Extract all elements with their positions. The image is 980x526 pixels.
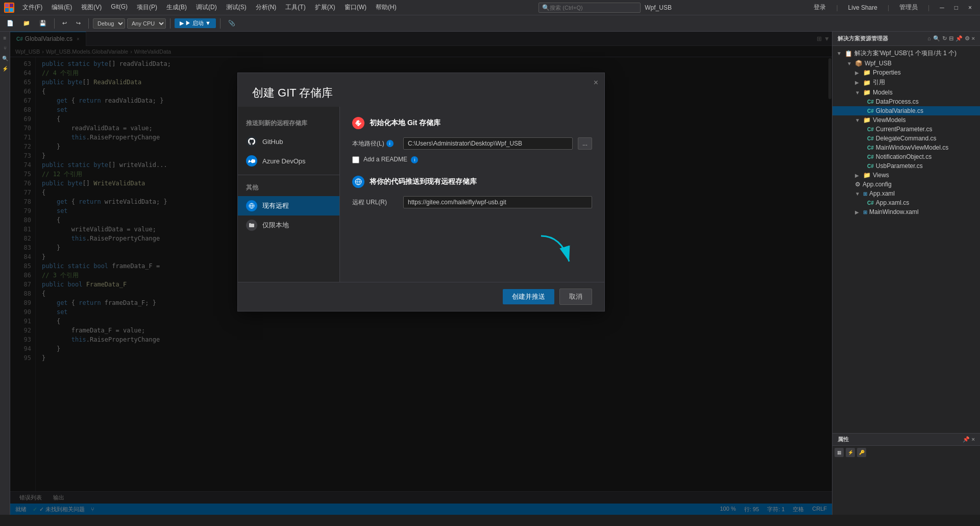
se-search-icon[interactable]: 🔍	[933, 35, 940, 42]
tree-dataprocess[interactable]: C# DataProcess.cs	[832, 97, 980, 106]
login-btn[interactable]: 登录	[810, 2, 830, 13]
arrow-svg	[531, 231, 582, 272]
mainwindowvm-label: MainWindowViewModel.cs	[876, 144, 949, 151]
menu-view[interactable]: 视图(V)	[77, 1, 106, 14]
tree-appxamlcs[interactable]: C# App.xaml.cs	[832, 198, 980, 207]
prop-close-icon[interactable]: ×	[972, 436, 975, 443]
se-home-icon[interactable]: ⌂	[927, 35, 931, 42]
browse-button[interactable]: ...	[578, 137, 592, 150]
tree-currentparam[interactable]: C# CurrentParameter.cs	[832, 125, 980, 134]
toolbar-new[interactable]: 📄	[3, 18, 17, 28]
tree-appconfig[interactable]: ⚙ App.config	[832, 180, 980, 189]
sidebar-solution-icon[interactable]: ≡	[1, 34, 9, 42]
git-logo-icon	[352, 117, 364, 129]
appxaml-label: App.xaml	[869, 190, 895, 197]
se-refresh-icon[interactable]: ↻	[942, 35, 947, 42]
menu-test[interactable]: 测试(S)	[222, 1, 251, 14]
se-collapse-icon[interactable]: ⊟	[949, 35, 953, 42]
toolbar-open[interactable]: 📁	[19, 18, 34, 28]
title-bar: 文件(F) 编辑(E) 视图(V) Git(G) 项目(P) 生成(B) 调试(…	[0, 0, 980, 15]
toolbar-redo[interactable]: ↪	[72, 18, 84, 28]
solution-explorer-header: 解决方案资源管理器 ⌂ 🔍 ↻ ⊟ 📌 ⚙ ×	[832, 32, 980, 46]
tree-properties[interactable]: ▶ 📁 Properties	[832, 68, 980, 77]
menu-tools[interactable]: 工具(T)	[281, 1, 309, 14]
platform-select[interactable]: Any CPU	[127, 18, 166, 29]
tree-solution[interactable]: ▼ 📋 解决方案'Wpf_USB'(1 个项目/共 1 个)	[832, 48, 980, 59]
appxaml-expand-arrow: ▼	[855, 191, 861, 197]
dialog-existing-remote-item[interactable]: 现有远程	[238, 196, 339, 216]
dialog-local-only-item[interactable]: 仅限本地	[238, 216, 339, 235]
menu-extensions[interactable]: 扩展(X)	[311, 1, 339, 14]
toolbar-sep-4	[220, 18, 220, 29]
prop-icon-2[interactable]: ⚡	[846, 448, 855, 457]
sidebar-diagnostics-icon[interactable]: ⚡	[1, 64, 9, 73]
appxaml-icon: ⊞	[863, 191, 867, 197]
project-icon: 📦	[855, 60, 863, 67]
tree-globalvariable[interactable]: C# GlobalVariable.cs	[832, 106, 980, 115]
sidebar-git-icon[interactable]: ⑂	[1, 44, 9, 52]
remote-url-input[interactable]	[403, 196, 592, 208]
svg-rect-1	[10, 4, 13, 7]
menu-file[interactable]: 文件(F)	[18, 1, 46, 14]
toolbar-attach[interactable]: 📎	[225, 18, 239, 28]
menu-project[interactable]: 项目(P)	[133, 1, 161, 14]
dialog-close-btn[interactable]: ×	[594, 78, 598, 87]
tree-views[interactable]: ▶ 📁 Views	[832, 171, 980, 180]
create-push-button[interactable]: 创建并推送	[503, 289, 554, 304]
menu-window[interactable]: 窗口(W)	[340, 1, 371, 14]
menu-edit[interactable]: 编辑(E)	[47, 1, 76, 14]
properties-toolbar: ▦ ⚡ 🔑	[832, 446, 980, 459]
close-btn[interactable]: ×	[964, 3, 976, 12]
search-input[interactable]	[550, 5, 626, 11]
maximize-btn[interactable]: □	[950, 3, 962, 12]
dialog-github-item[interactable]: GitHub	[238, 132, 339, 151]
tree-mainwindowvm[interactable]: C# MainWindowViewModel.cs	[832, 143, 980, 152]
tree-project[interactable]: ▼ 📦 Wpf_USB	[832, 59, 980, 68]
viewmodels-folder-icon: 📁	[863, 116, 871, 124]
delegatecommand-label: DelegateCommand.cs	[876, 135, 937, 142]
sidebar-search-icon[interactable]: 🔍	[1, 54, 9, 62]
local-path-info-icon[interactable]: i	[386, 140, 394, 147]
project-expand-arrow: ▼	[847, 61, 853, 66]
create-git-dialog: × 创建 GIT 存储库 推送到新的远程存储库 GitHub	[237, 73, 605, 312]
prop-icon-1[interactable]: ▦	[835, 448, 844, 457]
prop-icon-3[interactable]: 🔑	[857, 448, 866, 457]
prop-pin-icon[interactable]: 📌	[963, 436, 970, 443]
se-gear-icon[interactable]: ⚙	[965, 35, 970, 42]
left-sidebar: ≡ ⑂ 🔍 ⚡	[0, 32, 10, 515]
models-folder-icon: 📁	[863, 89, 871, 96]
se-close-icon[interactable]: ×	[972, 35, 975, 42]
menu-bar[interactable]: 文件(F) 编辑(E) 视图(V) Git(G) 项目(P) 生成(B) 调试(…	[18, 1, 401, 14]
admin-btn[interactable]: 管理员	[895, 2, 922, 13]
start-button[interactable]: ▶ ▶ 启动 ▼	[175, 18, 216, 28]
tree-viewmodels[interactable]: ▼ 📁 ViewModels	[832, 115, 980, 125]
menu-help[interactable]: 帮助(H)	[372, 1, 401, 14]
tree-notification[interactable]: C# NotificationObject.cs	[832, 152, 980, 161]
dialog-azure-item[interactable]: Azure DevOps	[238, 151, 339, 171]
menu-analyze[interactable]: 分析(N)	[252, 1, 281, 14]
toolbar-sep-1	[54, 18, 55, 29]
local-path-input[interactable]	[403, 137, 573, 150]
menu-build[interactable]: 生成(B)	[162, 1, 191, 14]
live-share-btn[interactable]: Live Share	[844, 3, 881, 12]
tree-appxaml[interactable]: ▼ ⊞ App.xaml	[832, 189, 980, 198]
global-search[interactable]: 🔍	[538, 3, 641, 13]
debug-config-select[interactable]: Debug	[93, 18, 125, 29]
cancel-button[interactable]: 取消	[559, 289, 592, 305]
toolbar-save-all[interactable]: 💾	[36, 18, 50, 28]
tree-references[interactable]: ▶ 📁 引用	[832, 77, 980, 88]
tree-delegatecommand[interactable]: C# DelegateCommand.cs	[832, 134, 980, 143]
tree-models[interactable]: ▼ 📁 Models	[832, 88, 980, 97]
minimize-btn[interactable]: ─	[936, 3, 948, 12]
dialog-right-panel: 初始化本地 Git 存储库 本地路径(L) i ...	[340, 107, 604, 282]
readme-info-icon[interactable]: i	[411, 156, 418, 163]
tree-usbparam[interactable]: C# UsbParameter.cs	[832, 161, 980, 171]
se-pin-icon[interactable]: 📌	[955, 35, 963, 42]
menu-debug[interactable]: 调试(D)	[192, 1, 221, 14]
tree-mainwindow[interactable]: ▶ ⊞ MainWindow.xaml	[832, 207, 980, 217]
section1-title: 初始化本地 Git 存储库	[370, 118, 440, 128]
menu-git[interactable]: Git(G)	[107, 1, 132, 14]
mainwindow-label: MainWindow.xaml	[869, 208, 919, 216]
toolbar-undo[interactable]: ↩	[59, 18, 70, 28]
add-readme-checkbox[interactable]	[352, 156, 359, 163]
